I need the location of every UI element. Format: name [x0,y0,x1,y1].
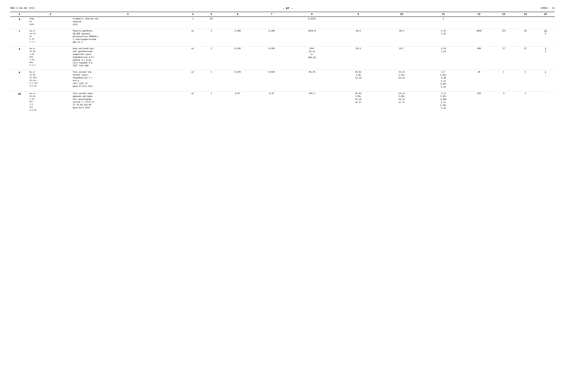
table-cell [515,17,536,27]
table-cell: I25 [536,29,555,44]
table-cell: 30I0,0 [289,29,335,44]
table-cell: IO [10,91,29,112]
table-cell: I [493,70,514,89]
table-cell [536,17,555,27]
table-cell: ч [183,17,202,27]
table-cell: Кран мостовой руч-ной однобалочныйподвес… [72,47,184,68]
header-left: 902-I-84.84 (XI) [10,7,35,10]
spacer-row [10,27,555,29]
table-cell: I- [536,70,555,89]
table-cell: 26,6 [335,47,382,68]
table-cell: I04,3 [289,91,335,112]
table-cell: 3 [202,29,220,44]
table-cell: 84 [202,17,220,27]
table-cell: Пр-нтI9-06I6-0IOI6-0I43-У-6IIк=I,05 [29,70,72,89]
table-cell: 334+I5,4х3=380,20 [289,47,335,68]
table-cell: 2I [515,47,536,68]
table-cell: шт [183,47,202,68]
spacer-cell [10,27,555,29]
table-cell: I [202,70,220,89]
table-cell: I,800 [220,29,255,44]
table-cell: I [515,70,536,89]
table-cell: 4.I2I,5I [422,29,465,44]
table-cell: Пр-нтI9-06п.I6-0273-У-6IIк=I,05 [29,91,72,112]
table-cell: СРМОМIприл. [29,17,72,27]
table-cell: II4 [493,29,514,44]
table-cell: 0,495 [255,47,289,68]
table-header-row: I 2 3 4 5 6 7 8 9 IO II I2 I3 I4 I5 [10,12,555,17]
table-cell [255,17,289,27]
table-cell: Таль ручная чер-вячная грузо-подъёмность… [72,70,184,89]
table-row: 7Пр-нт24-10-ОIп.I94-1-IРешетка-дробилкаР… [10,29,555,44]
th-col15: I5 [536,12,555,17]
table-cell: I [202,47,220,68]
table-cell: Пр-нт24-10-ОIп.I94-1-I [29,29,72,44]
table-cell: 8 [10,47,29,68]
table-cell [493,17,514,27]
table-cell: 45,0хI,0547,25 [335,70,382,89]
table-cell: 48,25 [289,70,335,89]
table-cell: шт [183,91,202,112]
table-cell [382,17,422,27]
table-cell: Стоимость электро-квтэнергии42х2 [72,17,184,27]
table-cell: 24,2хI,05=25,4Iза Iт [382,91,422,112]
spacer-row [10,89,555,91]
table-cell: 45,0хI,05=47,25за Iт [335,91,382,112]
spacer-cell [10,68,555,70]
th-col2: 2 [29,12,72,17]
header-center: - 87 - [282,7,293,10]
table-cell [335,17,382,27]
th-col14: I4 [515,12,536,17]
table-cell: 3,54I,54 [422,47,465,68]
spacer-cell [10,44,555,47]
table-row: 9Пр-нтI9-06I6-0IOI6-0I43-У-6IIк=I,05Таль… [10,70,555,89]
table-cell: 30,5 [382,29,422,44]
table-cell: 0,495 [220,47,255,68]
table-cell: 380 [465,47,493,68]
th-col8: 8 [289,12,335,17]
table-cell: 92 [515,29,536,44]
page-header: 902-I-84.84 (XI) - 87 - 19581 - 11 [10,7,555,10]
table-cell: 48 [465,70,493,89]
th-col6: 6 [220,12,255,17]
table-cell [220,17,255,27]
table-cell: 2 [515,91,536,112]
table-cell: 3 [493,91,514,112]
table-cell: 9030 [465,29,493,44]
table-cell: 0,026 [220,70,255,89]
table-cell: I [202,91,220,112]
table-cell: 9 [10,70,29,89]
table-cell: I04 [465,91,493,112]
table-cell: 24,2хI,05=25,4I [382,70,422,89]
header-right: 19581 - 11 [540,7,555,10]
table-row: IOПр-нтI9-06п.I6-0273-У-6IIк=I,05Таль ру… [10,91,555,112]
th-col12: I2 [465,12,493,17]
th-col11: II [422,12,465,17]
table-cell: 5,400 [255,29,289,44]
table-cell: 12 [536,47,555,68]
table-cell: 3,7хI,05=3,885I,2хI,05=I,26 [422,91,465,112]
table-cell: 3,7I,05=3.88I,2хI,05=I,26 [422,70,465,89]
table-row: 8Пр-нтI9-06п.0I-039п.0I-0823-I-4Кран мос… [10,47,555,68]
th-col4: 4 [183,12,202,17]
table-cell: 7 [10,29,29,44]
th-col5: 5 [202,12,220,17]
table-cell: - [536,91,555,112]
table-cell [465,17,493,27]
th-col13: I3 [493,12,514,17]
table-cell: 0,0325 [289,17,335,27]
table-cell: Пр-нтI9-06п.0I-039п.0I-0823-I-4 [29,47,72,68]
th-col9: 9 [335,12,382,17]
spacer-row [10,44,555,47]
table-cell: 38,0 [335,29,382,44]
th-col1: I [10,12,29,17]
table-cell: 6 [10,17,29,27]
table-row: 6СРМОМIприл.Стоимость электро-квтэнергии… [10,17,555,27]
table-cell: 3 [422,17,465,27]
table-cell: шт [183,70,202,89]
table-cell: 0,07 [255,91,289,112]
th-col3: 3 [72,12,184,17]
table-cell: 0,07 [220,91,255,112]
th-col10: IO [382,12,422,17]
spacer-cell [10,89,555,91]
